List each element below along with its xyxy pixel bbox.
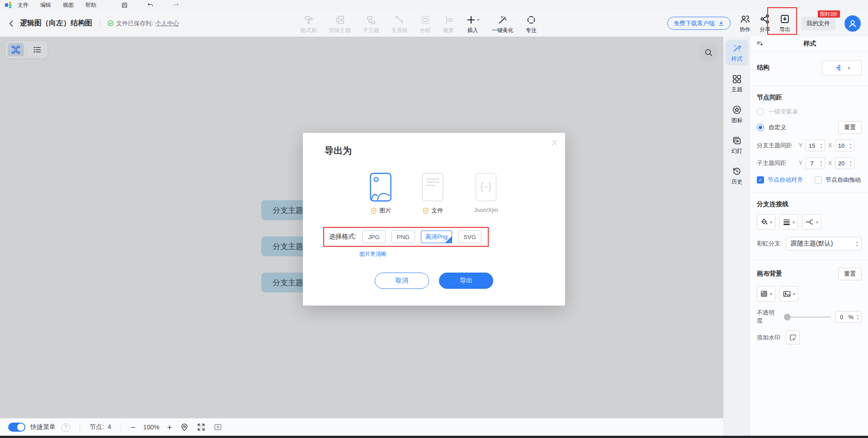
stepper-arrows[interactable] — [818, 142, 825, 149]
chevron-down-icon — [793, 292, 795, 297]
minimap-icon[interactable] — [213, 423, 222, 432]
status-bar: 快捷菜单 ? 节点: 4 − 100% + — [0, 418, 723, 436]
zoom-in-button[interactable]: + — [167, 423, 172, 432]
arrow-up-icon[interactable] — [820, 160, 823, 163]
tab-label: 幻灯 — [731, 147, 742, 155]
menu-help[interactable]: 帮助 — [80, 1, 102, 9]
arrow-down-icon[interactable] — [849, 164, 852, 167]
opacity-stepper[interactable]: 0 % — [835, 311, 862, 323]
export-type-json[interactable]: Json/Xjm — [474, 173, 498, 215]
arrow-down-icon[interactable] — [820, 164, 823, 167]
tool-label: 外框 — [420, 27, 431, 34]
tool-focus[interactable]: 专注 — [526, 14, 537, 34]
tool-export[interactable]: 导出 — [779, 14, 790, 33]
tab-slides[interactable]: 幻灯 — [726, 132, 748, 158]
panel-title: 样式 — [764, 40, 855, 48]
format-hd-png-button[interactable]: 高清Png ✓ — [421, 231, 452, 243]
menu-view[interactable]: 视图 — [57, 1, 80, 9]
arrow-up-icon[interactable] — [849, 160, 852, 163]
arrow-down-icon[interactable] — [855, 244, 859, 247]
arrow-down-icon[interactable] — [820, 146, 823, 149]
tool-label: 专注 — [526, 27, 537, 34]
chevron-down-icon — [816, 220, 818, 225]
download-client-button[interactable]: 免费下载客户端 — [667, 17, 731, 30]
menu-edit[interactable]: 编辑 — [34, 1, 57, 9]
tool-label: 子主题 — [363, 27, 379, 34]
stepper-arrows[interactable] — [818, 160, 825, 167]
format-select-area: 选择格式: JPG PNG 高清Png ✓ SVG — [323, 227, 489, 247]
auto-align-checkbox[interactable] — [757, 176, 764, 184]
tool-summary: 概要 — [443, 14, 454, 34]
tab-icons[interactable]: 图标 — [726, 101, 748, 127]
insert-plus-icon — [466, 15, 476, 25]
menu-file[interactable]: 文件 — [12, 1, 34, 9]
rainbow-branch-select[interactable]: 跟随主题(默认) — [786, 237, 862, 250]
add-watermark-button[interactable] — [786, 330, 800, 344]
corner-check-icon: ✓ — [448, 240, 452, 244]
bg-image-button[interactable] — [779, 286, 798, 301]
avatar[interactable] — [844, 15, 861, 32]
tool-label: 关系线 — [392, 27, 408, 34]
arrow-up-icon[interactable] — [849, 142, 852, 146]
undo-icon[interactable] — [147, 2, 154, 9]
arrow-down-icon[interactable] — [856, 317, 859, 320]
locate-center-icon[interactable] — [180, 423, 189, 432]
format-png-button[interactable]: PNG — [392, 231, 415, 243]
close-icon[interactable]: × — [551, 136, 558, 150]
image-type-icon — [370, 173, 392, 202]
line-color-button[interactable] — [757, 214, 775, 230]
arrow-up-icon[interactable] — [856, 314, 859, 317]
child-x-stepper[interactable]: 20 — [835, 157, 854, 169]
personal-center-link[interactable]: 个人中心 — [156, 19, 179, 28]
child-y-stepper[interactable]: 7 — [806, 157, 825, 169]
my-files-button[interactable]: 我的文件 — [801, 17, 835, 30]
compact-radio[interactable] — [757, 108, 764, 115]
chevron-down-icon — [793, 220, 795, 225]
format-svg-button[interactable]: SVG — [458, 231, 481, 243]
export-confirm-button[interactable]: 导出 — [439, 273, 493, 289]
fit-screen-icon[interactable] — [197, 423, 206, 432]
free-drag-checkbox[interactable] — [815, 176, 822, 184]
tab-theme[interactable]: 主题 — [726, 71, 748, 96]
bg-reset-button[interactable]: 重置 — [838, 268, 862, 280]
back-icon[interactable] — [7, 19, 16, 28]
format-hint-link[interactable]: 图片更清晰 — [359, 250, 387, 258]
tab-style[interactable]: 样式 — [726, 40, 748, 66]
zoom-out-button[interactable]: − — [131, 423, 136, 432]
tab-history[interactable]: 历史 — [726, 163, 748, 188]
bg-pattern-button[interactable] — [757, 286, 775, 301]
line-style-button[interactable] — [802, 214, 821, 230]
stepper-arrows[interactable] — [847, 160, 854, 167]
y-axis-label: Y — [799, 142, 802, 149]
custom-radio[interactable] — [757, 124, 764, 131]
node-count-label: 节点: — [90, 423, 104, 431]
stepper-arrows[interactable] — [854, 240, 860, 247]
spacing-reset-button[interactable]: 重置 — [838, 121, 862, 134]
export-type-image[interactable]: 图片 — [370, 173, 392, 215]
tool-share[interactable]: 分享 — [760, 14, 770, 33]
opacity-slider-knob[interactable] — [784, 314, 791, 320]
dialog-title: 导出为 — [325, 145, 352, 157]
divider — [121, 423, 121, 431]
tool-beautify[interactable]: 一键美化 — [492, 14, 514, 34]
quick-menu-toggle[interactable] — [8, 423, 25, 432]
export-type-file[interactable]: 文件 — [422, 173, 443, 215]
opacity-slider[interactable] — [785, 316, 831, 318]
vip-badge-icon — [370, 207, 377, 214]
structure-dropdown[interactable] — [822, 60, 862, 75]
format-jpg-button[interactable]: JPG — [362, 231, 386, 243]
branch-y-stepper[interactable]: 15 — [806, 140, 825, 151]
help-button[interactable]: ? — [61, 423, 70, 432]
branch-x-stepper[interactable]: 10 — [835, 140, 854, 151]
cancel-button[interactable]: 取消 — [375, 273, 429, 289]
line-width-button[interactable] — [779, 214, 798, 230]
save-icon[interactable] — [121, 2, 128, 9]
stepper-arrows[interactable] — [854, 314, 861, 320]
tool-collaborate[interactable]: 协作 — [740, 14, 750, 33]
arrow-down-icon[interactable] — [849, 146, 852, 149]
tool-insert[interactable]: 插入 — [466, 14, 480, 34]
arrow-up-icon[interactable] — [855, 240, 859, 244]
arrow-up-icon[interactable] — [820, 142, 823, 146]
collapse-panel-icon[interactable] — [756, 40, 764, 48]
stepper-arrows[interactable] — [847, 142, 854, 149]
